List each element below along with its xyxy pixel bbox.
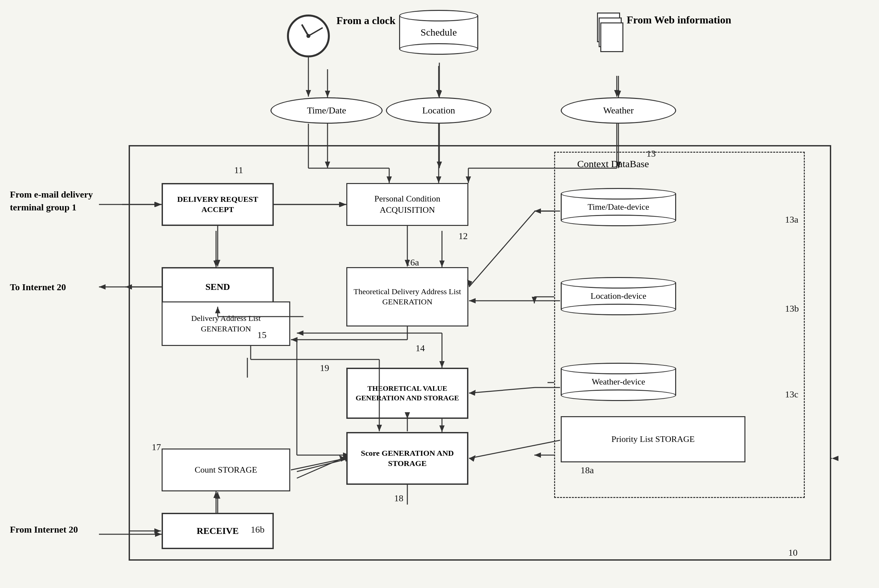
label-19: 19 <box>320 363 329 373</box>
weather-ellipse: Weather <box>561 97 676 124</box>
location-device: Location-device <box>561 277 676 315</box>
time-date-ellipse: Time/Date <box>270 97 382 124</box>
label-13a: 13a <box>785 214 798 225</box>
svg-marker-53 <box>306 90 311 97</box>
from-web-label: From Web information <box>627 12 731 27</box>
priority-list-box: Priority List STORAGE <box>561 416 746 462</box>
label-16a: 16a <box>406 257 419 268</box>
location-ellipse: Location <box>386 97 492 124</box>
time-date-device: Time/Date-device <box>561 188 676 226</box>
label-11: 11 <box>234 165 243 176</box>
clock-icon <box>287 15 330 57</box>
svg-marker-3 <box>437 91 442 97</box>
label-10: 10 <box>788 548 798 558</box>
web-info-icon <box>597 12 623 65</box>
diagram-area: From a clock Schedule From Web informati… <box>0 0 879 588</box>
label-16b: 16b <box>250 524 264 535</box>
from-clock-label: From a clock <box>336 15 396 27</box>
to-internet-label: To Internet 20 <box>10 282 66 292</box>
score-gen-box: Score GENERATION AND STORAGE <box>346 432 468 485</box>
count-storage-box: Count STORAGE <box>162 448 290 491</box>
label-13: 13 <box>646 148 656 159</box>
svg-marker-110 <box>832 456 838 461</box>
svg-marker-1 <box>325 91 330 97</box>
personal-condition-box: Personal Condition ACQUISITION <box>346 183 468 226</box>
label-13c: 13c <box>785 389 798 400</box>
label-12: 12 <box>459 231 468 242</box>
theoretical-value-box: THEORETICAL VALUE GENERATION AND STORAGE <box>346 368 468 419</box>
label-13b: 13b <box>785 303 799 314</box>
svg-marker-57 <box>614 90 620 97</box>
label-18: 18 <box>394 493 404 504</box>
delivery-request-box: DELIVERY REQUEST ACCEPT <box>162 183 274 226</box>
label-15: 15 <box>257 330 267 340</box>
svg-marker-21 <box>99 284 105 290</box>
weather-device: Weather-device <box>561 363 676 401</box>
delivery-address-box: Delivery Address List GENERATION <box>162 302 290 346</box>
svg-marker-55 <box>436 90 441 97</box>
send-box: SEND <box>162 267 274 307</box>
from-internet-label: From Internet 20 <box>10 524 78 535</box>
svg-marker-5 <box>616 91 621 97</box>
from-email-label: From e-mail delivery terminal group 1 <box>10 188 125 214</box>
context-db-label: Context DataBase <box>577 158 649 170</box>
label-17: 17 <box>152 442 161 453</box>
label-18a: 18a <box>580 465 594 476</box>
theoretical-delivery-box: Theoretical Delivery Address List GENERA… <box>346 267 468 327</box>
schedule-cylinder: Schedule <box>399 10 478 55</box>
label-14: 14 <box>416 343 425 354</box>
